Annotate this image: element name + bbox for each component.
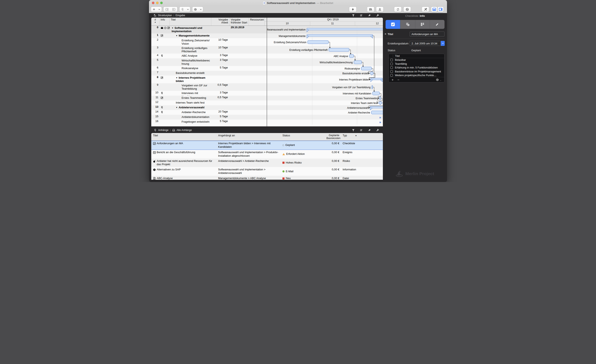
task-work[interactable] bbox=[211, 75, 230, 83]
attachment-row[interactable]: Alternativen zu SAPSoftwareauswahl und I… bbox=[151, 167, 383, 176]
task-work[interactable]: 10 Tage bbox=[211, 38, 230, 46]
col-work[interactable]: VorgabeArbeit bbox=[211, 18, 230, 26]
task-title[interactable]: Wirtschaftlichkeitsberechnung bbox=[170, 58, 211, 66]
task-title[interactable]: Fragebogen entwickeln bbox=[170, 119, 211, 124]
chevron-down-icon[interactable] bbox=[198, 7, 203, 12]
task-resources[interactable] bbox=[249, 96, 265, 100]
attachment-row[interactable]: Anforderungen an MAInternes Projektteam … bbox=[151, 141, 383, 150]
outline-icon[interactable] bbox=[360, 14, 363, 17]
task-row[interactable]: 5Wirtschaftlichkeitsberechnung3 Tage bbox=[151, 58, 383, 66]
task-start[interactable] bbox=[230, 115, 249, 119]
task-start[interactable] bbox=[230, 38, 249, 46]
created-field[interactable]: 2. Juli 2005 um 10:34 bbox=[410, 41, 441, 46]
task-row[interactable]: 4ABC Analyse3 Tage bbox=[151, 53, 383, 58]
task-title[interactable]: Vorgaben von GF zur Teambildung bbox=[170, 83, 211, 91]
toggle-right-panel-button[interactable] bbox=[438, 7, 444, 12]
task-start[interactable] bbox=[230, 66, 249, 71]
task-resources[interactable] bbox=[249, 83, 265, 91]
checklist-item[interactable]: Basiskenntnisse im Projektmanagement bbox=[389, 70, 444, 74]
task-work[interactable]: 0,5 Tage bbox=[211, 83, 230, 91]
task-work[interactable]: 5 Tage bbox=[211, 119, 230, 124]
add-activity-button[interactable] bbox=[151, 7, 162, 12]
task-row[interactable]: 16Fragebogen entwickeln5 Tage bbox=[151, 119, 383, 124]
task-title[interactable]: Anbieter-Recherche bbox=[170, 110, 211, 115]
task-row[interactable]: 7Basisdokumente erstellt bbox=[151, 71, 383, 75]
task-resources[interactable] bbox=[249, 26, 265, 34]
task-work[interactable]: 20 Tage bbox=[211, 110, 230, 115]
table-gantt-divider[interactable] bbox=[267, 18, 267, 126]
task-row[interactable]: 12Internes Team steht fest bbox=[151, 100, 383, 105]
task-resources[interactable] bbox=[249, 66, 265, 71]
task-title[interactable]: Basisdokumente erstellt bbox=[170, 71, 211, 75]
task-resources[interactable] bbox=[249, 38, 265, 46]
task-start[interactable] bbox=[230, 71, 249, 75]
collapse-icon[interactable]: ▼ bbox=[176, 35, 178, 37]
remove-item-button[interactable]: − bbox=[397, 78, 399, 82]
item-checkbox[interactable] bbox=[390, 59, 393, 61]
task-title[interactable]: ABC Analyse bbox=[170, 53, 211, 58]
task-row[interactable]: 3Erstellung vorläufiges Pflichtenheft10 … bbox=[151, 46, 383, 53]
task-work[interactable]: 0,5 Tage bbox=[211, 96, 230, 100]
task-start[interactable] bbox=[230, 58, 249, 66]
col-att-cost[interactable]: GeplanteBasiskosten bbox=[325, 133, 341, 141]
col-ressourcen[interactable]: Ressourcen bbox=[249, 18, 265, 26]
task-resources[interactable] bbox=[249, 100, 265, 105]
task-start[interactable]: 29.10.2019 bbox=[230, 26, 249, 34]
checklist-item[interactable]: Weitere projektspezifische Punkte… bbox=[389, 74, 444, 77]
task-resources[interactable] bbox=[249, 110, 265, 115]
tab-costs[interactable] bbox=[400, 20, 415, 29]
attach-button[interactable] bbox=[179, 7, 190, 12]
col-num[interactable]: #▲ bbox=[151, 18, 159, 26]
gantt-timeline-header[interactable]: Q4 / 2019 10 11 12 bbox=[265, 18, 383, 26]
task-title[interactable]: Risikoanalyse bbox=[170, 66, 211, 71]
collapse-icon[interactable]: ▼ bbox=[176, 106, 178, 109]
outdent-icon[interactable] bbox=[170, 7, 177, 12]
breadcrumb-attachments[interactable]: Anhänge bbox=[158, 129, 169, 132]
col-att-attached[interactable]: Angehängt an bbox=[216, 133, 281, 141]
task-title[interactable]: ▼Softwareauswahl und Implementation bbox=[170, 26, 211, 34]
gear-icon[interactable] bbox=[436, 78, 439, 81]
chevron-down-icon[interactable] bbox=[186, 7, 190, 12]
task-work[interactable]: 5 Tage bbox=[211, 66, 230, 71]
task-resources[interactable] bbox=[249, 119, 265, 124]
task-title[interactable]: Erstellung Zielszenario/ Vision bbox=[170, 38, 211, 46]
task-row[interactable]: 0▼Softwareauswahl und Implementation29.1… bbox=[151, 26, 383, 34]
item-checkbox[interactable] bbox=[390, 67, 393, 69]
add-item-button[interactable]: + bbox=[392, 78, 394, 82]
item-checkbox[interactable] bbox=[390, 74, 393, 77]
chevron-down-icon[interactable] bbox=[157, 7, 162, 12]
task-work[interactable]: 3 Tage bbox=[211, 53, 230, 58]
breadcrumb-mode[interactable]: Eingabe bbox=[176, 14, 185, 17]
col-att-status[interactable]: Status bbox=[281, 133, 325, 141]
disclosure-icon[interactable]: ▶ bbox=[385, 33, 386, 35]
collapse-icon[interactable]: ▼ bbox=[176, 77, 178, 79]
item-checkbox[interactable] bbox=[390, 63, 393, 65]
task-row[interactable]: 9Vorgaben von GF zur Teambildung0,5 Tage bbox=[151, 83, 383, 91]
task-work[interactable]: 3 Tage bbox=[211, 58, 230, 66]
task-row[interactable]: 11Erstes Teammeeting0,5 Tage bbox=[151, 96, 383, 100]
attachment-row[interactable]: ABC-AnalyseManagementdokumente > ABC Ana… bbox=[151, 176, 383, 180]
funnel-icon[interactable] bbox=[352, 129, 355, 132]
task-start[interactable] bbox=[230, 75, 249, 83]
attachment-row[interactable]: Anbieter hat nicht ausreichend Ressource… bbox=[151, 159, 383, 167]
col-att-titel[interactable]: Titel bbox=[151, 133, 216, 141]
task-start[interactable] bbox=[230, 83, 249, 91]
resources-button[interactable] bbox=[376, 7, 383, 12]
task-work[interactable] bbox=[211, 100, 230, 105]
task-resources[interactable] bbox=[249, 75, 265, 83]
col-info[interactable]: Info bbox=[159, 18, 170, 26]
wrench-icon[interactable] bbox=[376, 129, 379, 132]
titel-field[interactable]: Anforderungen an MA bbox=[410, 31, 445, 37]
outline-icon[interactable] bbox=[360, 129, 363, 132]
task-resources[interactable] bbox=[249, 58, 265, 66]
col-titel[interactable]: Titel bbox=[170, 18, 211, 26]
task-row[interactable]: 8▼Internes Projektteam bilden bbox=[151, 75, 383, 83]
task-resources[interactable] bbox=[249, 71, 265, 75]
attachment-row[interactable]: Bericht an die GeschäftsführungSoftwarea… bbox=[151, 150, 383, 159]
task-row[interactable]: 1▼Managementdokumente bbox=[151, 33, 383, 38]
brush-icon[interactable] bbox=[368, 129, 371, 132]
task-start[interactable] bbox=[230, 96, 249, 100]
task-title[interactable]: Anbieterdokumentation bbox=[170, 115, 211, 119]
task-title[interactable]: ▼Anbietervorauswahl bbox=[170, 105, 211, 110]
task-row[interactable]: 14Anbieter-Recherche20 Tage bbox=[151, 110, 383, 115]
